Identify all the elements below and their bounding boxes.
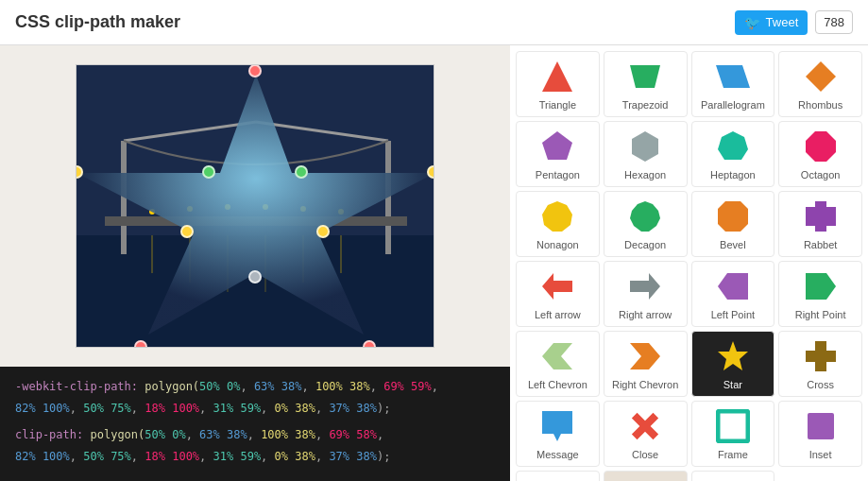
shape-item-bevel[interactable]: Bevel [691, 191, 775, 257]
control-point-6[interactable] [134, 340, 147, 348]
hexagon-icon [628, 129, 662, 163]
svg-marker-26 [718, 131, 748, 160]
svg-marker-24 [542, 131, 572, 160]
shape-item-pentagon[interactable]: Pentagon [516, 121, 600, 187]
shape-item-right-arrow[interactable]: Right arrow [604, 261, 688, 327]
shape-item-star[interactable]: Star [691, 331, 775, 397]
shape-label-trapezoid: Trapezoid [622, 99, 669, 111]
shape-label-hexagon: Hexagon [624, 169, 666, 180]
shape-label-inset: Inset [809, 449, 832, 460]
shape-item-hexagon[interactable]: Hexagon [604, 121, 688, 187]
svg-marker-30 [718, 201, 748, 232]
svg-marker-20 [542, 61, 572, 92]
shape-item-message[interactable]: Message [516, 401, 600, 467]
shape-item-close[interactable]: Close [604, 401, 688, 467]
shape-item-inset[interactable]: Inset [778, 401, 862, 467]
svg-marker-36 [542, 343, 572, 369]
shape-label-message: Message [536, 449, 579, 460]
svg-marker-41 [628, 409, 662, 443]
header: CSS clip-path maker 🐦 Tweet 788 [0, 0, 868, 45]
svg-marker-27 [806, 131, 836, 162]
octagon-icon [804, 129, 838, 163]
shape-item-decagon[interactable]: Decagon [604, 191, 688, 257]
shape-item-custom-polygon[interactable]: C Custom Polygon [516, 471, 600, 481]
right-arrow-icon [628, 269, 662, 303]
shape-label-triangle: Triangle [539, 99, 576, 111]
control-point-7[interactable] [180, 225, 194, 238]
rabbet-icon [804, 199, 838, 233]
frame-icon [716, 409, 750, 443]
bevel-icon [716, 199, 750, 233]
svg-marker-38 [718, 341, 748, 370]
shape-label-rabbet: Rabbet [804, 239, 837, 250]
decagon-icon [628, 199, 662, 233]
shape-label-frame: Frame [718, 449, 748, 460]
code-line-std: clip-path: polygon(50% 0%, 63% 38%, 100%… [15, 426, 495, 444]
shape-item-left-chevron[interactable]: Left Chevron [516, 331, 600, 397]
main-content: -webkit-clip-path: polygon(50% 0%, 63% 3… [0, 45, 868, 481]
message-icon [540, 409, 574, 443]
shape-item-left-point[interactable]: Left Point [691, 261, 775, 327]
shape-item-right-point[interactable]: Right Point [778, 261, 862, 327]
svg-marker-32 [542, 273, 572, 300]
svg-rect-42 [718, 411, 748, 441]
canvas-container[interactable] [76, 64, 434, 348]
shape-item-ellipse[interactable]: Ellipse [691, 471, 775, 481]
shape-item-circle[interactable]: Circle [604, 471, 688, 481]
left-arrow-icon [540, 269, 574, 303]
shape-item-nonagon[interactable]: Nonagon [516, 191, 600, 257]
shape-label-right-point: Right Point [795, 309, 846, 320]
nonagon-icon [540, 199, 574, 233]
cross-icon [804, 339, 838, 373]
svg-marker-25 [632, 131, 658, 162]
shape-label-pentagon: Pentagon [536, 169, 580, 180]
shape-label-bevel: Bevel [720, 239, 746, 250]
right-panel: Triangle Trapezoid Parallelogram Rhombus [510, 45, 868, 481]
svg-rect-43 [808, 413, 834, 439]
code-webkit-vals: 50% 0% [199, 380, 240, 393]
control-point-5[interactable] [248, 270, 262, 283]
control-point-1[interactable] [295, 165, 308, 179]
control-point-3[interactable] [316, 225, 330, 238]
shape-item-parallelogram[interactable]: Parallelogram [691, 51, 775, 117]
shape-label-cross: Cross [807, 379, 834, 390]
shape-label-close: Close [632, 449, 658, 460]
svg-marker-37 [630, 343, 660, 369]
inset-icon [804, 409, 838, 443]
control-point-4[interactable] [363, 340, 376, 348]
shape-item-right-chevron[interactable]: Right Chevron [604, 331, 688, 397]
svg-marker-33 [630, 273, 660, 300]
svg-marker-29 [630, 201, 660, 232]
shape-item-triangle[interactable]: Triangle [516, 51, 600, 117]
shape-label-left-chevron: Left Chevron [528, 379, 587, 390]
shape-item-heptagon[interactable]: Heptagon [691, 121, 775, 187]
shape-label-parallelogram: Parallelogram [701, 99, 765, 111]
shape-label-right-arrow: Right arrow [619, 309, 672, 320]
svg-marker-21 [630, 65, 660, 88]
svg-marker-39 [806, 341, 836, 371]
svg-marker-22 [716, 65, 750, 88]
shape-item-rhombus[interactable]: Rhombus [778, 51, 862, 117]
code-webkit-fn: polygon( [145, 380, 199, 393]
shape-label-heptagon: Heptagon [710, 169, 756, 180]
svg-marker-28 [542, 201, 572, 232]
shape-label-rhombus: Rhombus [798, 99, 842, 111]
shape-item-left-arrow[interactable]: Left arrow [516, 261, 600, 327]
shape-item-trapezoid[interactable]: Trapezoid [604, 51, 688, 117]
tweet-button[interactable]: 🐦 Tweet [735, 10, 808, 35]
shape-item-rabbet[interactable]: Rabbet [778, 191, 862, 257]
rhombus-icon [804, 60, 838, 94]
control-point-0[interactable] [248, 64, 262, 77]
control-point-2[interactable] [427, 165, 434, 179]
svg-marker-34 [718, 273, 748, 300]
left-point-icon [716, 269, 750, 303]
code-std-prop: clip-path: [15, 428, 90, 441]
shape-label-star: Star [723, 379, 742, 390]
shape-item-octagon[interactable]: Octagon [778, 121, 862, 187]
shape-item-cross[interactable]: Cross [778, 331, 862, 397]
code-std-fn: polygon( [90, 428, 145, 441]
control-point-9[interactable] [202, 165, 215, 179]
left-chevron-icon [540, 339, 574, 373]
pentagon-icon [540, 129, 574, 163]
shape-item-frame[interactable]: Frame [691, 401, 775, 467]
